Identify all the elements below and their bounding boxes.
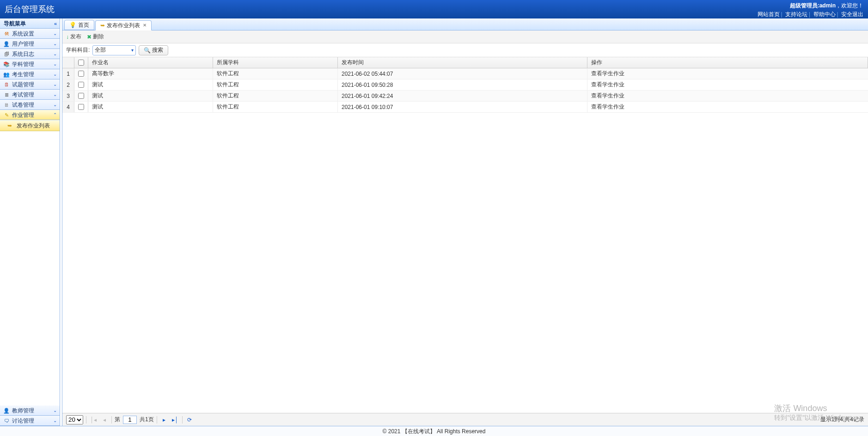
cell-time: 2021-06-01 09:10:07 xyxy=(338,102,587,112)
col-subject-header[interactable]: 所属学科 xyxy=(213,57,338,68)
delete-button[interactable]: ✖删除 xyxy=(87,33,104,41)
link-home[interactable]: 网站首页 xyxy=(758,11,780,18)
list-icon: ≣ xyxy=(3,91,10,98)
cell-subject: 软件工程 xyxy=(213,68,338,79)
bulb-icon: 💡 xyxy=(69,20,76,30)
link-help[interactable]: 帮助中心 xyxy=(813,11,836,18)
nav-item-teacher[interactable]: 👤教师管理⌄ xyxy=(0,406,60,416)
nav-title-label: 导航菜单 xyxy=(4,18,26,29)
cell-subject: 软件工程 xyxy=(213,91,338,101)
select-all-checkbox[interactable] xyxy=(78,60,84,66)
toolbar: ↓发布 ✖删除 xyxy=(62,30,868,43)
cell-time: 2021-06-01 09:42:24 xyxy=(338,91,587,101)
collapse-icon[interactable]: « xyxy=(54,18,57,29)
pencil-icon: ✎ xyxy=(3,111,10,119)
view-homework-link[interactable]: 查看学生作业 xyxy=(591,81,624,89)
sidebar: 导航菜单 « 🛠系统设置⌄ 👤用户管理⌄ 🗐系统日志⌄ 📚学科管理⌄ 👥考生管理… xyxy=(0,18,60,426)
nav-item-subject[interactable]: 📚学科管理⌄ xyxy=(0,59,60,69)
pager: 20 │◂ ◂ 第 共1页 ▸ ▸│ ⟳ 显示1到4,共4记录 xyxy=(62,413,868,426)
footer: © 2021 【在线考试】 All Rights Reserved xyxy=(0,426,868,436)
cell-subject: 软件工程 xyxy=(213,102,338,112)
tab-publish-list[interactable]: ➥ 发布作业列表 ✕ xyxy=(95,20,152,30)
nav-bottom: 👤教师管理⌄ 🗨讨论管理⌄ xyxy=(0,406,60,426)
app-header: 后台管理系统 超级管理员:admin，欢迎您！ 网站首页| 支持论坛| 帮助中心… xyxy=(0,0,868,18)
pager-left: 20 │◂ ◂ 第 共1页 ▸ ▸│ ⟳ xyxy=(66,415,194,424)
header-right: 超级管理员:admin，欢迎您！ 网站首页| 支持论坛| 帮助中心| 安全退出 xyxy=(758,2,863,18)
page-input[interactable] xyxy=(123,416,137,424)
cell-time: 2021-06-01 09:50:28 xyxy=(338,79,587,90)
nav-item-system[interactable]: 🛠系统设置⌄ xyxy=(0,29,60,39)
row-checkbox[interactable] xyxy=(78,93,84,99)
table-row[interactable]: 1高等数学软件工程2021-06-02 05:44:07查看学生作业 xyxy=(62,68,868,79)
main-content: 💡 首页 ➥ 发布作业列表 ✕ ↓发布 ✖删除 学科科目: 全部 ▾ 🔍搜索 xyxy=(62,18,868,426)
table-row[interactable]: 2测试软件工程2021-06-01 09:50:28查看学生作业 xyxy=(62,79,868,91)
table-row[interactable]: 3测试软件工程2021-06-01 09:42:24查看学生作业 xyxy=(62,91,868,102)
row-checkbox-cell xyxy=(74,91,88,101)
page-prefix: 第 xyxy=(115,416,120,424)
row-checkbox-cell xyxy=(74,68,88,79)
nav-items: 🛠系统设置⌄ 👤用户管理⌄ 🗐系统日志⌄ 📚学科管理⌄ 👥考生管理⌄ 🗓试题管理… xyxy=(0,29,60,406)
row-checkbox[interactable] xyxy=(78,104,84,110)
down-arrow-icon: ↓ xyxy=(66,34,69,40)
chevron-down-icon: ⌄ xyxy=(53,100,57,110)
subject-combo[interactable]: 全部 ▾ xyxy=(92,45,136,55)
nav-item-question[interactable]: 🗓试题管理⌄ xyxy=(0,79,60,90)
col-num-header xyxy=(62,57,74,68)
table-row[interactable]: 4测试软件工程2021-06-01 09:10:07查看学生作业 xyxy=(62,102,868,113)
admin-name: admin xyxy=(819,2,836,9)
nav-item-homework[interactable]: ✎作业管理⌃ xyxy=(0,110,60,120)
row-number: 1 xyxy=(62,68,74,79)
page-size-select[interactable]: 20 xyxy=(66,415,83,424)
chevron-up-icon: ⌃ xyxy=(53,110,57,120)
chevron-down-icon: ⌄ xyxy=(53,69,57,79)
nav-item-exam[interactable]: ≣考试管理⌄ xyxy=(0,90,60,100)
nav-item-paper[interactable]: 🗎试卷管理⌄ xyxy=(0,100,60,110)
cell-name: 高等数学 xyxy=(88,68,213,79)
cell-time: 2021-06-02 05:44:07 xyxy=(338,68,587,79)
nav-sub-homework: ➥发布作业列表 xyxy=(0,120,60,131)
col-time-header[interactable]: 发布时间 xyxy=(338,57,587,68)
discuss-icon: 🗨 xyxy=(3,417,10,424)
row-checkbox[interactable] xyxy=(78,71,84,77)
nav-title: 导航菜单 « xyxy=(0,18,60,29)
refresh-button[interactable]: ⟳ xyxy=(185,416,194,424)
view-homework-link[interactable]: 查看学生作业 xyxy=(591,70,624,78)
nav-item-discuss[interactable]: 🗨讨论管理⌄ xyxy=(0,416,60,426)
cell-subject: 软件工程 xyxy=(213,79,338,90)
row-number: 2 xyxy=(62,79,74,90)
first-page-button[interactable]: │◂ xyxy=(89,416,98,424)
col-name-header[interactable]: 作业名 xyxy=(88,57,213,68)
next-page-button[interactable]: ▸ xyxy=(160,416,168,424)
tab-home[interactable]: 💡 首页 xyxy=(64,20,94,30)
tab-home-label: 首页 xyxy=(78,20,89,30)
nav-sub-publish-list[interactable]: ➥发布作业列表 xyxy=(0,120,60,131)
cell-action: 查看学生作业 xyxy=(587,102,868,112)
col-checkbox-header xyxy=(74,57,88,68)
delete-icon: ✖ xyxy=(87,34,92,40)
calendar-icon: 🗓 xyxy=(3,81,10,88)
book-icon: 📚 xyxy=(3,61,10,68)
link-logout[interactable]: 安全退出 xyxy=(841,11,863,18)
chevron-down-icon: ⌄ xyxy=(53,39,57,49)
prev-page-button[interactable]: ◂ xyxy=(100,416,109,424)
welcome-text: 超级管理员:admin，欢迎您！ xyxy=(758,2,863,10)
publish-icon: ➥ xyxy=(100,21,105,30)
view-homework-link[interactable]: 查看学生作业 xyxy=(591,92,624,100)
header-links: 网站首页| 支持论坛| 帮助中心| 安全退出 xyxy=(758,11,863,18)
publish-button[interactable]: ↓发布 xyxy=(66,33,81,41)
nav-item-student[interactable]: 👥考生管理⌄ xyxy=(0,69,60,79)
cell-name: 测试 xyxy=(88,91,213,101)
row-checkbox[interactable] xyxy=(78,82,84,88)
chevron-down-icon: ⌄ xyxy=(53,406,57,416)
data-grid: 作业名 所属学科 发布时间 操作 1高等数学软件工程2021-06-02 05:… xyxy=(62,57,868,413)
tools-icon: 🛠 xyxy=(3,30,10,37)
nav-item-log[interactable]: 🗐系统日志⌄ xyxy=(0,49,60,59)
close-icon[interactable]: ✕ xyxy=(143,21,147,30)
search-button[interactable]: 🔍搜索 xyxy=(139,45,168,55)
link-forum[interactable]: 支持论坛 xyxy=(785,11,807,18)
nav-item-user[interactable]: 👤用户管理⌄ xyxy=(0,39,60,49)
last-page-button[interactable]: ▸│ xyxy=(171,416,179,424)
view-homework-link[interactable]: 查看学生作业 xyxy=(591,103,624,111)
filter-bar: 学科科目: 全部 ▾ 🔍搜索 xyxy=(62,43,868,57)
chevron-down-icon: ⌄ xyxy=(53,29,57,39)
